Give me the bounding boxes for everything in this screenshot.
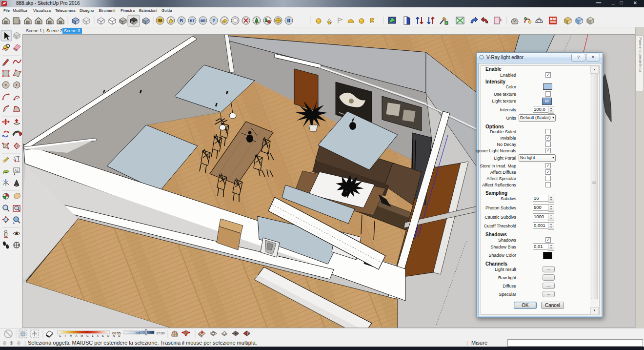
svg-text:L: L — [223, 19, 225, 22]
svg-text:BR: BR — [201, 19, 205, 22]
svg-text:R: R — [180, 18, 183, 23]
svg-text:06:55: 06:55 — [112, 331, 121, 335]
svg-text:?: ? — [212, 18, 215, 23]
svg-text:0.5: 0.5 — [136, 331, 141, 335]
svg-text:17:00: 17:00 — [156, 331, 165, 335]
svg-text:M: M — [158, 18, 162, 23]
svg-text:A1: A1 — [15, 169, 19, 172]
svg-text:RT: RT — [190, 19, 195, 22]
